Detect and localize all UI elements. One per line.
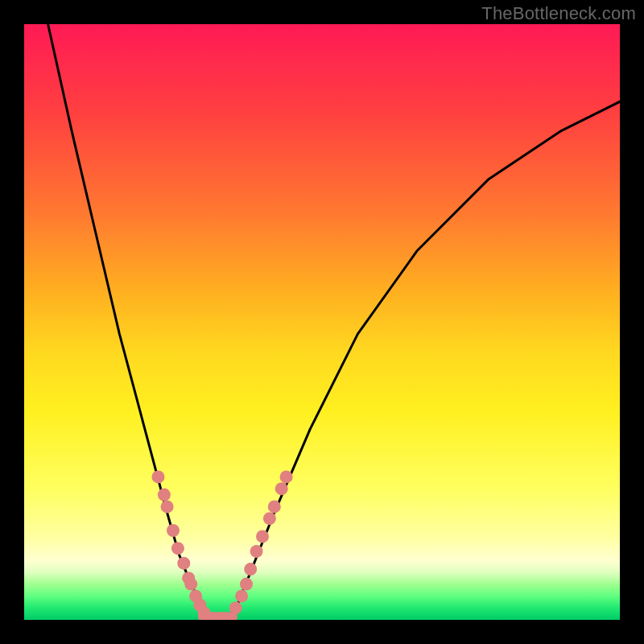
dot-right-dots [229,601,242,614]
dot-left-dots [158,489,171,502]
dot-left-dots [171,542,184,555]
dot-right-dots [240,578,253,591]
chart-container: TheBottleneck.com [0,0,644,644]
dot-layer [152,470,293,619]
dot-right-dots [280,470,293,483]
dot-right-dots [250,545,263,558]
dot-right-dots [268,500,281,513]
dot-left-dots [161,500,174,513]
dot-left-dots [167,524,180,537]
dot-right-dots [244,563,257,576]
watermark-text: TheBottleneck.com [481,3,636,24]
plot-area [24,24,620,620]
dot-left-dots [152,470,165,483]
dot-right-dots [256,530,269,543]
dot-right-dots [235,589,248,602]
curve-layer [48,24,620,620]
chart-svg [24,24,620,620]
dot-left-dots [198,606,211,619]
dot-left-dots [184,578,197,591]
dot-left-dots [177,557,190,570]
dot-right-dots [263,512,276,525]
dot-right-dots [275,482,288,495]
series-right-curve [227,101,620,620]
series-left-curve [48,24,209,620]
